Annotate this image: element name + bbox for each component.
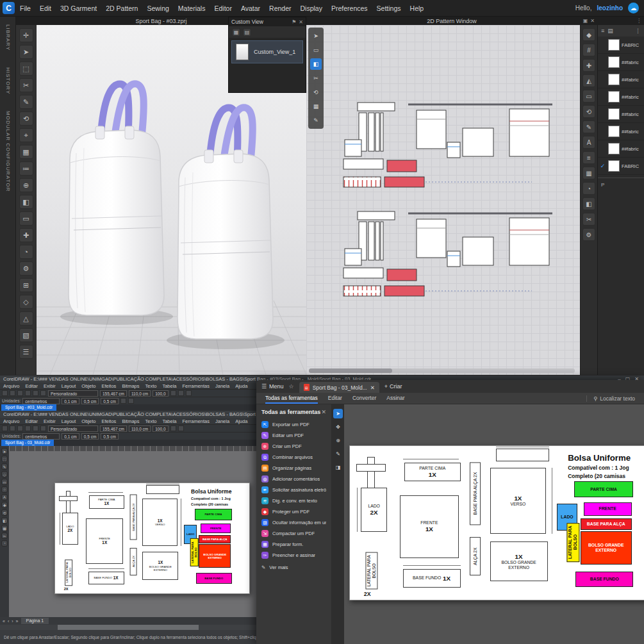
tool-icon[interactable]: ◭	[582, 74, 595, 87]
menu-item[interactable]: Avatar	[241, 4, 260, 12]
tool-icon[interactable]: ◧	[1, 517, 8, 524]
acrobat-tool-item[interactable]: ⧉ Combinar arquivos	[256, 452, 331, 463]
menu-item[interactable]: Janela	[215, 383, 229, 389]
page-height-field[interactable]: 110,0 cm	[129, 390, 151, 397]
menu-item[interactable]: Janela	[215, 418, 229, 424]
menu-item[interactable]: Efeitos	[101, 418, 116, 424]
fabric-swatch[interactable]	[608, 56, 620, 68]
find-text-button[interactable]: ⚲ Localizar texto	[586, 395, 635, 402]
menu-item[interactable]: Editor	[214, 4, 231, 12]
pattern-pieces[interactable]	[343, 103, 552, 296]
tool-icon[interactable]: ⚙	[19, 261, 33, 276]
menu-item[interactable]: Objeto	[81, 418, 95, 424]
menu-item[interactable]: Arquivo	[3, 383, 19, 389]
menu-item[interactable]: Bitmaps	[122, 418, 139, 424]
maximize-icon[interactable]: ▣	[583, 17, 588, 25]
tool-icon[interactable]: ▦	[19, 145, 33, 159]
tool-icon[interactable]: ✂	[310, 72, 322, 84]
fabric-row[interactable]: ✓ FABRIC	[598, 158, 644, 175]
menu-item[interactable]: Ajuda	[235, 383, 247, 389]
menu-item[interactable]: Bitmaps	[122, 383, 139, 389]
tool-icon[interactable]: ➤	[1, 448, 8, 454]
tool-icon[interactable]: ▦	[582, 167, 595, 179]
tool-icon[interactable]: ✎	[333, 449, 343, 459]
menu-item[interactable]: Sewing	[147, 4, 169, 12]
tool-icon[interactable]	[17, 390, 23, 396]
fabric-row[interactable]: ##fabric	[598, 106, 644, 123]
menu-item[interactable]: Tabela	[162, 383, 176, 389]
menu-item[interactable]: 3D Garment	[60, 4, 97, 12]
menu-item[interactable]: Efeitos	[101, 383, 116, 389]
star-icon[interactable]: ☆	[289, 383, 294, 390]
menu-item[interactable]: Texto	[145, 383, 156, 389]
tool-icon[interactable]: ▭	[310, 44, 322, 56]
tool-icon[interactable]: ✚	[582, 59, 595, 72]
tool-icon[interactable]: ⟲	[1, 509, 8, 516]
acrobat-menu-button[interactable]: ☰ Menu	[261, 383, 284, 390]
duplicate-x-field[interactable]: 0,5 cm	[81, 433, 99, 440]
tool-icon[interactable]: ✎	[19, 95, 33, 109]
tool-icon[interactable]: ✥	[333, 422, 343, 432]
nav-item[interactable]: Editar	[328, 393, 342, 404]
acrobat-tool-item[interactable]: ⇲ Compactar um PDF	[256, 528, 331, 539]
acrobat-tool-item[interactable]: ⇱ Exportar um PDF	[256, 419, 331, 430]
tool-icon[interactable]: ✛	[19, 28, 33, 42]
menu-item[interactable]: 2D Pattern	[106, 4, 138, 12]
next-page-icon[interactable]: ›	[12, 619, 13, 623]
more-options-icon[interactable]: ⋮	[635, 28, 641, 34]
tool-icon[interactable]: ▭	[582, 90, 595, 103]
fabric-swatch[interactable]	[608, 143, 620, 154]
tool-icon[interactable]	[33, 390, 38, 396]
tool-icon[interactable]: ➤	[310, 30, 322, 42]
acrobat-document-tab[interactable]: ▤ Sport Bag - 03_Mold... ✕	[299, 382, 379, 393]
tool-icon[interactable]: ✚	[19, 228, 33, 242]
tool-icon[interactable]: ✚	[1, 502, 8, 508]
tool-icon[interactable]: ▤	[243, 28, 251, 37]
menu-item[interactable]: Display	[301, 4, 322, 12]
tool-icon[interactable]: ≡	[582, 151, 595, 164]
acrobat-tool-item[interactable]: ✎ Editar um PDF	[256, 430, 331, 441]
duplicate-y-field[interactable]: 0,5 cm	[101, 433, 119, 440]
tool-icon[interactable]: ◔	[582, 182, 595, 195]
create-button[interactable]: + Criar	[384, 383, 402, 390]
menu-item[interactable]: Layout	[62, 383, 76, 389]
sport-bag[interactable]	[69, 126, 164, 315]
tool-icon[interactable]: ◇	[1, 471, 8, 477]
nav-item[interactable]: Converter	[352, 393, 376, 404]
menu-item[interactable]: Ferramentas	[183, 383, 210, 389]
page-width-field[interactable]: 155,467 cm	[100, 425, 127, 432]
document-tab[interactable]: Sport Bag - #03_Mold.cdr	[1, 404, 56, 411]
close-icon[interactable]: ✕	[590, 17, 595, 25]
tool-icon[interactable]: A	[582, 136, 595, 149]
tool-icon[interactable]: #	[582, 44, 595, 56]
prev-page-icon[interactable]: ‹	[8, 619, 9, 623]
tool-icon[interactable]: ◧	[19, 195, 33, 209]
close-icon[interactable]: ✕	[321, 409, 326, 415]
tool-icon[interactable]: ➤	[333, 409, 343, 418]
nudge-field[interactable]: 0,1 cm	[62, 433, 79, 440]
fabric-row[interactable]: FABRIC	[598, 37, 644, 54]
nav-item[interactable]: Assinar	[386, 393, 404, 404]
tool-icon[interactable]	[10, 425, 15, 431]
tool-icon[interactable]: ⊕	[19, 178, 33, 192]
document-tab[interactable]: Sport Bag - 03_Mold.cdr	[1, 440, 54, 446]
tool-icon[interactable]: ▭	[19, 211, 33, 226]
tool-icon[interactable]: ◔	[19, 245, 33, 259]
tool-icon[interactable]: ≔	[19, 161, 33, 176]
menu-item[interactable]: Layout	[62, 418, 76, 424]
tool-icon[interactable]: ⟲	[19, 111, 33, 126]
sport-bag[interactable]	[178, 150, 273, 339]
tool-icon[interactable]	[170, 390, 176, 396]
rail-tab[interactable]: HISTORY	[5, 67, 11, 94]
username-label[interactable]: leozinho	[597, 4, 623, 12]
acrobat-tool-item[interactable]: ✑ Preencher e assinar	[256, 550, 331, 561]
last-page-icon[interactable]: »	[16, 619, 19, 623]
bag-handles[interactable]	[210, 108, 252, 161]
acrobat-tool-item[interactable]: ▤ Organizar páginas	[256, 463, 331, 474]
bag-handles[interactable]	[101, 84, 144, 138]
tool-icon[interactable]: A	[1, 494, 8, 500]
fabric-swatch[interactable]	[608, 126, 620, 137]
menu-item[interactable]: Settings	[377, 4, 401, 12]
tool-icon[interactable]	[2, 425, 8, 431]
tool-icon[interactable]: △	[19, 311, 33, 326]
